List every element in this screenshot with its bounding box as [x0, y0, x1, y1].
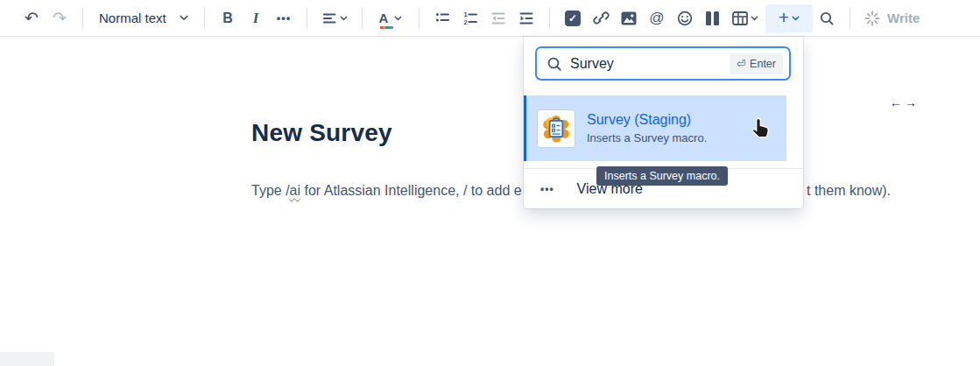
- table-icon: [732, 11, 748, 25]
- editor-placeholder-text-end: t them know).: [807, 183, 891, 199]
- mouse-cursor-pointer: [750, 116, 772, 140]
- ai-sparkle-icon: [864, 11, 880, 26]
- misspelled-word: ai: [290, 183, 300, 198]
- editor-placeholder-text[interactable]: Type /ai for Atlassian Intelligence, / t…: [251, 183, 522, 199]
- enter-key-hint: ⏎ Enter: [730, 53, 783, 74]
- expand-width-toggle[interactable]: ← →: [890, 95, 917, 109]
- chevron-down-icon: [751, 16, 758, 21]
- arrow-left-icon: ←: [890, 95, 902, 109]
- undo-icon: ↶: [25, 10, 39, 26]
- survey-macro-tile: [537, 109, 575, 148]
- toolbar-divider: [204, 8, 205, 29]
- more-formatting-button[interactable]: •••: [270, 4, 298, 32]
- image-button[interactable]: [615, 4, 643, 32]
- numbered-list-icon: 12: [462, 11, 478, 26]
- task-list-button[interactable]: ✓: [559, 4, 587, 32]
- alignment-dropdown[interactable]: [316, 4, 353, 32]
- text-style-dropdown[interactable]: Normal text: [92, 4, 195, 32]
- mention-icon: @: [649, 10, 664, 27]
- selection-indicator-bar: [524, 95, 526, 161]
- bullet-list-button[interactable]: [428, 4, 456, 32]
- editor-page: ↶ ↷ Normal text B I ••• A: [0, 0, 980, 366]
- mention-button[interactable]: @: [643, 4, 671, 32]
- indent-icon: [518, 11, 534, 26]
- text-color-icon: A: [379, 11, 389, 25]
- search-result-survey-staging[interactable]: Survey (Staging) Inserts a Survey macro.: [524, 95, 786, 161]
- numbered-list-button[interactable]: 12: [456, 4, 484, 32]
- redo-button[interactable]: ↷: [46, 4, 74, 32]
- task-checkbox-icon: ✓: [565, 11, 581, 26]
- search-icon: [546, 56, 562, 72]
- insert-element-dropdown[interactable]: +: [765, 4, 813, 32]
- toolbar-divider: [307, 8, 307, 29]
- more-formatting-icon: •••: [277, 11, 292, 25]
- element-search-box: ⏎ Enter: [535, 46, 791, 81]
- plus-icon: +: [779, 8, 789, 26]
- link-icon: [593, 10, 610, 26]
- page-title-input[interactable]: New Survey: [251, 119, 392, 147]
- outdent-icon: [490, 11, 506, 26]
- svg-text:2: 2: [464, 18, 468, 25]
- chevron-down-icon: [180, 15, 188, 21]
- find-replace-button[interactable]: [813, 4, 841, 32]
- ai-write-button[interactable]: Write: [859, 4, 925, 32]
- enter-key-label: Enter: [750, 58, 776, 70]
- toolbar-divider: [850, 8, 850, 29]
- result-title: Survey (Staging): [587, 112, 707, 128]
- editor-toolbar: ↶ ↷ Normal text B I ••• A: [0, 0, 980, 37]
- tooltip: Inserts a Survey macro.: [596, 166, 728, 186]
- bold-button[interactable]: B: [214, 4, 242, 32]
- redo-icon: ↷: [53, 10, 67, 26]
- element-search-input[interactable]: [570, 56, 730, 72]
- toolbar-divider: [419, 8, 419, 29]
- chevron-down-icon: [340, 16, 348, 21]
- layouts-button[interactable]: [699, 4, 725, 32]
- chevron-down-icon: [792, 16, 800, 21]
- toolbar-divider: [362, 8, 363, 29]
- link-button[interactable]: [587, 4, 615, 32]
- table-dropdown[interactable]: [725, 4, 765, 32]
- result-text: Survey (Staging) Inserts a Survey macro.: [587, 112, 707, 144]
- result-description: Inserts a Survey macro.: [587, 131, 707, 144]
- bold-icon: B: [222, 11, 233, 26]
- write-label: Write: [887, 11, 920, 25]
- image-icon: [621, 11, 637, 25]
- toolbar-divider: [82, 8, 83, 29]
- align-left-icon: [321, 11, 337, 26]
- survey-macro-icon: [539, 112, 573, 145]
- return-key-icon: ⏎: [737, 57, 745, 70]
- color-swatch-bar: [380, 26, 393, 29]
- indent-button[interactable]: [512, 4, 540, 32]
- undo-button[interactable]: ↶: [18, 4, 46, 32]
- ellipsis-icon: •••: [540, 183, 554, 195]
- bottom-corner-block: [0, 352, 54, 366]
- text-style-label: Normal text: [99, 11, 166, 25]
- toolbar-divider: [549, 8, 550, 29]
- italic-icon: I: [253, 10, 259, 27]
- insert-element-popup: ⏎ Enter: [524, 37, 803, 208]
- emoji-button[interactable]: [671, 4, 699, 32]
- search-icon: [819, 11, 835, 26]
- bullet-list-icon: [434, 11, 450, 26]
- emoji-icon: [677, 11, 693, 26]
- outdent-button[interactable]: [484, 4, 512, 32]
- chevron-down-icon: [394, 16, 402, 21]
- arrow-right-icon: →: [905, 95, 917, 109]
- layouts-icon: [706, 11, 719, 25]
- italic-button[interactable]: I: [242, 4, 270, 32]
- text-color-dropdown[interactable]: A: [371, 4, 410, 32]
